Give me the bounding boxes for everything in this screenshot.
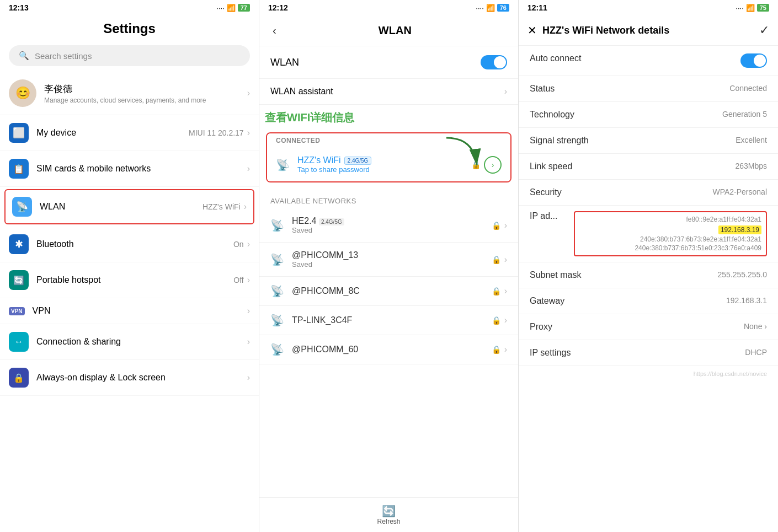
phicomm8c-name: @PHICOMM_8C [292, 286, 492, 296]
phicomm13-lock: 🔒 [492, 255, 501, 264]
connection-label: Connection & sharing [36, 337, 247, 347]
phicomm60-chevron: › [504, 345, 507, 354]
proxy-row[interactable]: Proxy None › [519, 314, 778, 340]
tplink-info: TP-LINK_3C4F [292, 315, 492, 325]
link-speed-row: Link speed 263Mbps [519, 154, 778, 180]
proxy-value: None › [629, 322, 767, 331]
lockscreen-label: Always-on display & Lock screen [36, 373, 247, 383]
vpn-label: VPN [33, 306, 247, 316]
wifi-icon-right: 📶 [746, 4, 755, 12]
phicomm8c-info: @PHICOMM_8C [292, 286, 492, 296]
sidebar-item-vpn[interactable]: VPN VPN › [0, 298, 259, 324]
profile-section[interactable]: 😊 李俊德 Manage accounts, cloud services, p… [0, 72, 259, 115]
sidebar-item-connection[interactable]: ↔ Connection & sharing › [0, 324, 259, 360]
bluetooth-icon: ✱ [9, 234, 29, 254]
sidebar-item-hotspot[interactable]: 🔄 Portable hotspot Off › [0, 262, 259, 298]
network-item-tplink[interactable]: 📡 TP-LINK_3C4F 🔒 › [259, 306, 518, 335]
ip-settings-value: DHCP [629, 348, 767, 357]
security-row: Security WPA2-Personal [519, 180, 778, 206]
status-value: Connected [629, 84, 767, 93]
technology-value: Generation 5 [629, 110, 767, 119]
status-icons-right: ···· 📶 75 [736, 4, 769, 12]
ip-val-3: 240e:380:b737:6b73:9e2e:a1ff:fe04:32a1 [579, 235, 761, 243]
sidebar-item-my-device[interactable]: ⬜ My device MIUI 11 20.2.17 › [0, 115, 259, 151]
phicomm13-info: @PHICOMM_13 Saved [292, 250, 492, 268]
connected-wifi-detail-btn[interactable]: › [484, 156, 502, 174]
ip-detail-box: fe80::9e2e:a1ff:fe04:32a1 192.168.3.19 2… [574, 211, 767, 256]
bluetooth-value: On [233, 240, 244, 249]
tplink-name: TP-LINK_3C4F [292, 315, 492, 325]
tplink-lock: 🔒 [492, 316, 501, 325]
sidebar-item-wlan[interactable]: 📡 WLAN HZZ's WiFi › [4, 189, 254, 224]
he24-chevron: › [504, 221, 507, 230]
ip-settings-row: IP settings DHCP [519, 340, 778, 366]
wlan-toggle[interactable] [481, 55, 507, 69]
technology-label: Technology [530, 110, 629, 120]
subnet-row: Subnet mask 255.255.255.0 [519, 262, 778, 288]
he24-sub: Saved [292, 226, 492, 234]
back-button[interactable]: ‹ [268, 22, 281, 39]
wifi-icon-tplink: 📡 [270, 314, 284, 327]
network-item-phicomm60[interactable]: 📡 @PHICOMM_60 🔒 › [259, 335, 518, 364]
time-left: 12:13 [9, 3, 29, 12]
search-placeholder: Search settings [35, 51, 92, 61]
battery-icon-mid: 76 [497, 4, 509, 12]
network-item-phicomm8c[interactable]: 📡 @PHICOMM_8C 🔒 › [259, 277, 518, 306]
hotspot-icon: 🔄 [9, 270, 29, 290]
sim-icon: 📋 [9, 159, 29, 179]
link-speed-label: Link speed [530, 162, 629, 171]
lockscreen-icon: 🔒 [9, 368, 29, 388]
status-icons-middle: ···· 📶 76 [476, 4, 509, 12]
subnet-label: Subnet mask [530, 270, 629, 280]
detail-close-button[interactable]: ✕ [527, 24, 537, 37]
wlan-assistant-row[interactable]: WLAN assistant › [259, 79, 518, 105]
detail-confirm-button[interactable]: ✓ [759, 23, 769, 37]
ip-row: IP ad... fe80::9e2e:a1ff:fe04:32a1 192.1… [519, 206, 778, 262]
sidebar-item-bluetooth[interactable]: ✱ Bluetooth On › [0, 227, 259, 262]
ip-val-1: fe80::9e2e:a1ff:fe04:32a1 [579, 216, 761, 223]
search-bar[interactable]: 🔍 Search settings [9, 45, 250, 66]
wifi-status-icon: 📶 [227, 4, 236, 12]
profile-chevron: › [247, 88, 250, 98]
status-bar-middle: 12:12 ···· 📶 76 [259, 0, 518, 15]
refresh-icon: 🔄 [382, 504, 396, 518]
time-right: 12:11 [527, 3, 547, 12]
network-item-he24[interactable]: 📡 HE2.4 2.4G/5G Saved 🔒 › [259, 208, 518, 243]
refresh-button[interactable]: 🔄 Refresh [259, 497, 518, 532]
available-label: AVAILABLE NETWORKS [259, 192, 518, 208]
my-device-value: MIUI 11 20.2.17 [189, 128, 244, 137]
wlan-icon: 📡 [12, 197, 32, 217]
status-label: Status [530, 84, 629, 94]
sidebar-item-lockscreen[interactable]: 🔒 Always-on display & Lock screen › [0, 360, 259, 396]
hotspot-chevron: › [247, 275, 250, 285]
wlan-title: WLAN [281, 24, 509, 37]
phicomm13-chevron: › [504, 255, 507, 265]
ip-val-4: 240e:380:b737:6b73:51e0:23c3:76e0:a409 [579, 244, 761, 252]
he24-lock: 🔒 [492, 221, 501, 230]
network-item-phicomm13[interactable]: 📡 @PHICOMM_13 Saved 🔒 › [259, 243, 518, 277]
wlan-toggle-row: WLAN [259, 46, 518, 79]
link-speed-value: 263Mbps [629, 162, 767, 170]
sidebar-item-sim-cards[interactable]: 📋 SIM cards & mobile networks › [0, 151, 259, 187]
wlan-toggle-label: WLAN [270, 57, 481, 68]
profile-name: 李俊德 [44, 83, 247, 95]
hotspot-value: Off [233, 276, 243, 284]
vpn-icon: VPN [9, 307, 25, 315]
battery-icon-left: 77 [238, 4, 250, 12]
refresh-label: Refresh [377, 518, 400, 525]
my-device-chevron: › [247, 128, 250, 138]
auto-connect-toggle[interactable] [740, 53, 767, 68]
phicomm60-lock: 🔒 [492, 345, 501, 354]
wlan-assistant-label: WLAN assistant [270, 87, 504, 96]
avatar: 😊 [9, 79, 36, 107]
security-label: Security [530, 187, 629, 197]
tplink-chevron: › [504, 315, 507, 325]
network-list: 📡 HE2.4 2.4G/5G Saved 🔒 › 📡 @PHICOMM_13 … [259, 208, 518, 497]
wifi-icon-phicomm13: 📡 [270, 253, 284, 266]
he24-name: HE2.4 2.4G/5G [292, 216, 492, 226]
sim-label: SIM cards & mobile networks [36, 164, 247, 174]
phicomm60-info: @PHICOMM_60 [292, 345, 492, 354]
my-device-icon: ⬜ [9, 123, 29, 143]
phicomm8c-lock: 🔒 [492, 287, 501, 295]
wifi-icon-phicomm8c: 📡 [270, 284, 284, 298]
